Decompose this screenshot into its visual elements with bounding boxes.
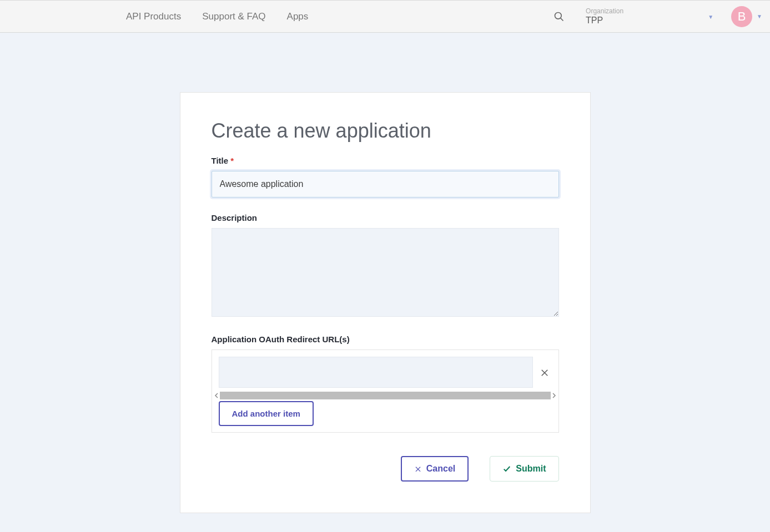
top-header: API Products Support & FAQ Apps Organiza…	[0, 0, 770, 33]
chevron-down-icon: ▼	[708, 13, 713, 19]
description-input[interactable]	[212, 228, 559, 317]
organization-label: Organization	[586, 7, 704, 15]
title-field-group: Title *	[212, 156, 559, 197]
cancel-label: Cancel	[426, 464, 455, 474]
create-application-card: Create a new application Title * Descrip…	[180, 92, 591, 513]
remove-url-button[interactable]	[537, 367, 552, 377]
close-icon	[540, 367, 550, 377]
form-actions: Cancel Submit	[212, 456, 559, 482]
avatar: B	[731, 6, 752, 27]
scroll-left-icon	[213, 393, 220, 398]
organization-selector[interactable]: Organization TPP ▼	[581, 1, 720, 32]
scroll-track	[220, 392, 551, 399]
nav-support-faq[interactable]: Support & FAQ	[202, 11, 265, 22]
submit-button[interactable]: Submit	[490, 456, 558, 482]
check-icon	[502, 464, 511, 473]
oauth-url-row	[219, 357, 552, 388]
add-another-item-button[interactable]: Add another item	[219, 401, 314, 426]
search-icon	[553, 11, 565, 22]
close-icon	[414, 465, 422, 473]
nav-api-products[interactable]: API Products	[126, 11, 181, 22]
submit-label: Submit	[516, 464, 546, 474]
user-menu[interactable]: B ▼	[720, 1, 770, 32]
nav-apps[interactable]: Apps	[287, 11, 309, 22]
add-item-wrap: Add another item	[212, 400, 558, 433]
title-label-text: Title	[212, 156, 229, 165]
oauth-url-container: Add another item	[212, 349, 559, 433]
scroll-right-icon	[551, 393, 557, 398]
svg-point-0	[555, 12, 562, 19]
description-label: Description	[212, 213, 559, 222]
title-input[interactable]	[212, 171, 559, 197]
page-title: Create a new application	[212, 119, 559, 143]
svg-line-1	[561, 18, 563, 21]
page-body: Create a new application Title * Descrip…	[0, 33, 770, 513]
header-right: Organization TPP ▼ B ▼	[548, 1, 770, 32]
title-label: Title *	[212, 156, 559, 165]
horizontal-scrollbar[interactable]	[212, 391, 558, 400]
oauth-label: Application OAuth Redirect URL(s)	[212, 335, 559, 344]
chevron-down-icon: ▼	[757, 13, 762, 19]
search-button[interactable]	[548, 11, 570, 22]
organization-value: TPP	[586, 16, 704, 26]
main-nav: API Products Support & FAQ Apps	[126, 1, 308, 32]
oauth-url-input[interactable]	[219, 357, 533, 388]
description-field-group: Description	[212, 213, 559, 319]
required-indicator: *	[230, 156, 234, 165]
cancel-button[interactable]: Cancel	[401, 456, 469, 482]
oauth-field-group: Application OAuth Redirect URL(s)	[212, 335, 559, 433]
